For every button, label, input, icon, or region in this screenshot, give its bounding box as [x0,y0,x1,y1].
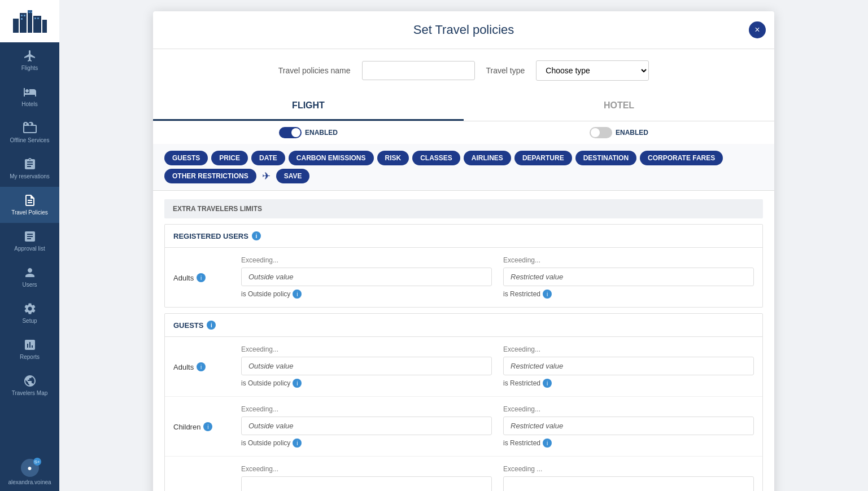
guests-adults-row: Adults i Exceeding... is Outside policy … [165,337,762,397]
flight-toggle-track[interactable] [279,127,302,138]
guests-next-ex1: Exceeding... [241,465,492,473]
pill-departure[interactable]: DEPARTURE [514,151,572,165]
sidebar-item-setup[interactable]: Setup [0,295,59,331]
hotel-icon [23,85,37,99]
guests-next-label [173,465,230,482]
hotel-toggle-track[interactable] [590,127,612,138]
sidebar-item-hotels-label: Hotels [21,101,37,108]
reg-adults-col1: Exceeding... is Outside policy i [241,256,492,299]
policy-name-label: Travel policies name [278,66,351,75]
flight-enabled-label: ENABLED [305,129,338,137]
logo [0,0,59,42]
clipboard-icon [23,157,37,171]
sidebar-item-flights-label: Flights [21,65,38,72]
sidebar-item-reports[interactable]: Reports [0,331,59,367]
svg-rect-12 [37,17,39,19]
reg-adults-outside-sub: is Outside policy i [241,290,492,299]
checklist-icon [23,230,37,243]
close-button[interactable]: × [749,21,766,38]
globe-icon [23,374,37,388]
guests-children-restricted-input[interactable] [503,417,754,435]
guests-adults-outside-input[interactable] [241,357,492,375]
guests-outside-info[interactable]: i [293,379,302,388]
sidebar-item-travel-policies[interactable]: Travel Policies [0,187,59,223]
flight-toggle-container: ENABLED [153,127,464,138]
modal-overlay: Set Travel policies × Travel policies na… [59,0,868,491]
sidebar-item-travelers-map[interactable]: Travelers Map [0,367,59,404]
guests-children-outside-input[interactable] [241,417,492,435]
sidebar-item-flights[interactable]: Flights [0,42,59,78]
guests-next-fields: Exceeding... Exceeding ... [241,465,754,491]
plane-icon [23,49,37,63]
sidebar-item-users[interactable]: Users [0,259,59,295]
sidebar-item-my-reservations[interactable]: My reservations [0,151,59,187]
guests-next-input1[interactable] [241,476,492,491]
form-row: Travel policies name Travel type Choose … [153,49,774,92]
guests-adults-col2: Exceeding... is Restricted i [503,345,754,388]
pills-nav: GUESTS PRICE DATE CARBON EMISSIONS RISK … [153,144,774,191]
svg-rect-10 [31,12,32,13]
tab-flight[interactable]: FLIGHT [153,92,464,121]
sidebar-item-approval-list[interactable]: Approval list [0,223,59,259]
guests-adults-restricted-input[interactable] [503,357,754,375]
modal-header: Set Travel policies × [153,11,774,49]
guests-info-icon[interactable]: i [207,321,216,330]
pill-classes[interactable]: CLASSES [412,151,460,165]
guests-adults-label: Adults i [173,345,230,371]
guests-adults-info[interactable]: i [197,362,206,371]
guests-next-input2[interactable] [503,476,754,491]
pill-date[interactable]: DATE [251,151,285,165]
guests-restricted-info[interactable]: i [543,379,552,388]
guests-children-col1: Exceeding... is Outside policy i [241,405,492,448]
svg-rect-7 [24,15,25,16]
pill-other-restrictions[interactable]: OTHER RESTRICTIONS [164,169,256,183]
user-profile[interactable]: ● S+ alexandra.voinea [0,453,59,491]
main-tabs: FLIGHT HOTEL [153,92,774,121]
registered-adults-row: Adults i Exceeding... is Outside policy … [165,248,762,307]
content-area: EXTRA TRAVELERS LIMITS REGISTERED USERS … [153,199,774,491]
pill-destination[interactable]: DESTINATION [575,151,636,165]
reg-adults-outside-input[interactable] [241,268,492,286]
guests-title: GUESTS [173,321,203,330]
policy-name-input[interactable] [362,61,475,80]
pill-carbon[interactable]: CARBON EMISSIONS [289,151,374,165]
reg-adults-exceeding1-label: Exceeding... [241,256,492,264]
registered-users-info-icon[interactable]: i [252,231,261,240]
children-restricted-info[interactable]: i [543,439,552,448]
guests-next-col2: Exceeding ... [503,465,754,491]
reg-adults-col2: Exceeding... is Restricted i [503,256,754,299]
travel-type-select[interactable]: Choose type Business Personal VIP [536,60,649,81]
guests-next-ex2: Exceeding ... [503,465,754,473]
hotel-toggle[interactable]: ENABLED [590,127,648,138]
pill-airlines[interactable]: AIRLINES [464,151,511,165]
outside-policy-info[interactable]: i [293,290,302,299]
svg-rect-2 [28,10,32,33]
user-icon [23,266,37,279]
pill-risk[interactable]: RISK [377,151,409,165]
pill-price[interactable]: PRICE [211,151,248,165]
sidebar-item-hotels[interactable]: Hotels [0,78,59,115]
pill-corporate-fares[interactable]: CORPORATE FARES [640,151,723,165]
svg-rect-8 [21,18,23,20]
hotel-toggle-thumb [591,128,600,137]
guests-header: GUESTS i [165,314,762,337]
pill-guests[interactable]: GUESTS [164,151,208,165]
sidebar-item-reports-label: Reports [20,354,40,361]
sidebar-item-offline-services[interactable]: Offline Services [0,115,59,151]
sidebar-item-setup-label: Setup [22,318,37,325]
pill-save[interactable]: SAVE [276,169,310,183]
reg-adults-restricted-input[interactable] [503,268,754,286]
children-outside-info[interactable]: i [293,439,302,448]
sidebar-item-map-label: Travelers Map [12,390,48,397]
reg-adults-exceeding2-label: Exceeding... [503,256,754,264]
tab-hotel[interactable]: HOTEL [464,92,774,121]
guests-children-info[interactable]: i [203,422,212,431]
guests-children-fields: Exceeding... is Outside policy i Exceedi… [241,405,754,448]
main-content: Set Travel policies × Travel policies na… [59,0,868,491]
restricted-info[interactable]: i [543,290,552,299]
adults-info-icon[interactable]: i [197,273,206,282]
flight-toggle[interactable]: ENABLED [279,127,338,138]
guests-children-restricted-sub: is Restricted i [503,439,754,448]
sidebar-item-reservations-label: My reservations [10,173,50,180]
svg-rect-6 [21,15,23,16]
